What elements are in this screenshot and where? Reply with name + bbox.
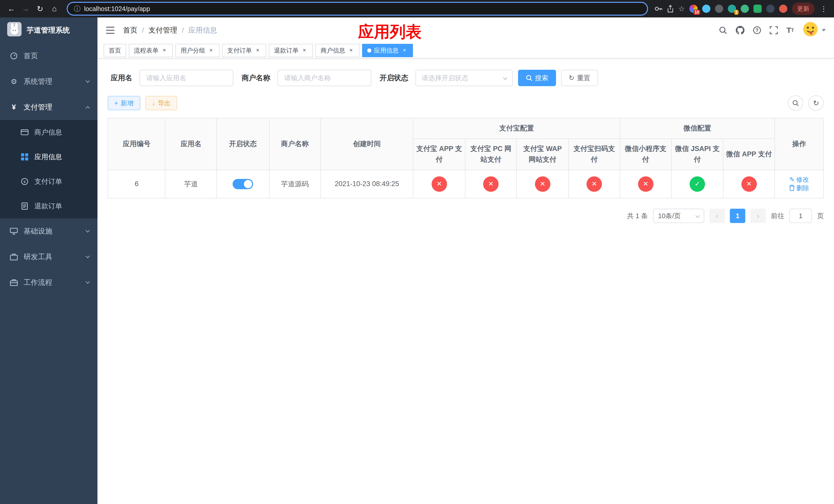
col-app-name: 应用名: [165, 118, 216, 170]
tab-label: 首页: [109, 46, 121, 54]
app-name-input[interactable]: [139, 70, 233, 86]
status-label: 开启状态: [379, 73, 408, 83]
github-icon[interactable]: [736, 26, 745, 35]
download-icon: ↓: [152, 99, 155, 107]
add-button[interactable]: + 新增: [108, 96, 140, 110]
browser-home-icon[interactable]: ⌂: [48, 3, 61, 15]
cell-wechat-mini: ✕: [620, 170, 671, 199]
enabled-toggle[interactable]: [233, 179, 253, 189]
edit-button[interactable]: ✎修改: [789, 175, 809, 184]
page-size-select[interactable]: 10条/页: [653, 209, 704, 223]
col-alipay-qr: 支付宝扫码支付: [569, 139, 620, 170]
extension-puzzle-icon[interactable]: [766, 5, 774, 13]
extension-vue-icon[interactable]: [741, 5, 749, 13]
col-merchant: 商户名称: [269, 118, 321, 170]
goto-label: 前往: [771, 211, 784, 221]
sidebar-item-label: 退款订单: [35, 202, 62, 211]
fullscreen-icon[interactable]: [770, 26, 778, 35]
search-button[interactable]: 搜索: [518, 70, 556, 86]
goto-suffix: 页: [817, 211, 824, 221]
chevron-down-icon: [503, 76, 507, 80]
app-logo: [7, 22, 22, 39]
extension-user-icon[interactable]: 1: [728, 5, 736, 13]
password-key-icon[interactable]: [654, 5, 662, 13]
col-app-id: 应用编号: [108, 118, 165, 170]
col-alipay-app: 支付宝 APP 支付: [413, 139, 465, 170]
breadcrumb-payment[interactable]: 支付管理: [149, 25, 177, 35]
export-button[interactable]: ↓ 导出: [146, 96, 177, 110]
status-icon: ✓: [689, 176, 705, 192]
share-icon[interactable]: [667, 5, 674, 13]
extension-drop-icon[interactable]: [702, 5, 710, 13]
sidebar-item-system[interactable]: ⚙ 系统管理: [0, 69, 97, 94]
close-icon[interactable]: ×: [208, 47, 214, 54]
close-icon[interactable]: ×: [348, 47, 354, 54]
app-logo-row[interactable]: 芋道管理系统: [0, 18, 97, 43]
next-page-button[interactable]: ›: [750, 209, 766, 223]
browser-update-button[interactable]: 更新: [792, 3, 814, 15]
close-icon[interactable]: ×: [301, 47, 308, 54]
tab-refund-order[interactable]: 退款订单×: [269, 44, 313, 57]
prev-page-button[interactable]: ‹: [709, 209, 725, 223]
breadcrumb-separator: /: [142, 26, 144, 35]
page-1-button[interactable]: 1: [730, 209, 745, 223]
breadcrumb: 首页 / 支付管理 / 应用信息: [123, 25, 217, 35]
url-bar[interactable]: ⓘ localhost:1024/pay/app: [67, 2, 648, 16]
status-select[interactable]: 请选择开启状态: [415, 70, 513, 86]
search-icon[interactable]: [719, 26, 727, 35]
tab-app-info[interactable]: 应用信息×: [362, 44, 413, 57]
close-icon[interactable]: ×: [401, 47, 408, 54]
breadcrumb-home[interactable]: 首页: [123, 25, 137, 35]
browser-menu-icon[interactable]: ⋮: [819, 5, 829, 13]
sidebar-item-refund-order[interactable]: 退款订单: [0, 194, 97, 219]
edit-label: 修改: [796, 175, 809, 184]
help-icon[interactable]: ?: [753, 26, 761, 34]
extension-grid-icon[interactable]: 10: [689, 5, 698, 13]
merchant-name-input[interactable]: [278, 70, 371, 86]
navbar-actions: ? TT: [719, 22, 826, 39]
user-menu[interactable]: [803, 22, 826, 39]
bookmark-star-icon[interactable]: ☆: [678, 5, 685, 13]
page-info-icon[interactable]: ⓘ: [74, 4, 81, 13]
refresh-table-button[interactable]: ↻: [808, 95, 824, 111]
plus-icon: +: [114, 99, 118, 107]
delete-button[interactable]: 删除: [789, 184, 809, 192]
browser-back-icon[interactable]: ←: [5, 3, 18, 15]
sidebar-item-pay-order[interactable]: ¥ 支付订单: [0, 169, 97, 194]
extension-dark-icon[interactable]: [715, 5, 723, 13]
browser-forward-icon[interactable]: →: [20, 3, 32, 15]
tab-process-form[interactable]: 流程表单×: [129, 44, 173, 57]
sidebar-item-label: 支付订单: [35, 177, 62, 186]
browser-reload-icon[interactable]: ↻: [34, 3, 46, 15]
close-icon[interactable]: ×: [161, 47, 168, 54]
cell-alipay-wap: ✕: [517, 170, 569, 199]
extension-wechat-icon[interactable]: [753, 5, 762, 13]
app-shell: 芋道管理系统 首页 ⚙ 系统管理 ¥ 支付管理: [0, 18, 834, 504]
toggle-search-button[interactable]: [788, 95, 803, 111]
sidebar-item-dev-tools[interactable]: 研发工具: [0, 244, 97, 270]
page-size-value: 10条/页: [658, 211, 681, 221]
status-icon: ✕: [741, 176, 757, 192]
cell-alipay-qr: ✕: [569, 170, 620, 199]
sidebar-item-merchant-info[interactable]: 商户信息: [0, 120, 97, 144]
reset-button[interactable]: ↻ 重置: [561, 70, 598, 86]
tab-home[interactable]: 首页: [104, 44, 126, 57]
profile-avatar-icon[interactable]: [779, 5, 787, 13]
tab-user-group[interactable]: 用户分组×: [175, 44, 220, 57]
font-size-icon[interactable]: TT: [787, 26, 794, 34]
sidebar-item-workflow[interactable]: 工作流程: [0, 270, 97, 295]
sidebar-collapse-icon[interactable]: [106, 26, 115, 34]
sidebar-item-home[interactable]: 首页: [0, 43, 97, 69]
goto-page-input[interactable]: [789, 209, 812, 223]
status-icon: ✕: [587, 176, 602, 192]
sidebar-item-payment[interactable]: ¥ 支付管理: [0, 94, 97, 120]
cell-wechat-jsapi: ✓: [672, 170, 723, 199]
sidebar-item-infra[interactable]: 基础设施: [0, 219, 97, 244]
screen: ← → ↻ ⌂ ⓘ localhost:1024/pay/app ☆ 10 1: [0, 0, 834, 504]
close-icon[interactable]: ×: [255, 47, 261, 54]
chevron-down-icon: [822, 29, 826, 31]
tab-merchant-info[interactable]: 商户信息×: [315, 44, 359, 57]
tab-pay-order[interactable]: 支付订单×: [222, 44, 266, 57]
export-button-label: 导出: [158, 99, 171, 108]
sidebar-item-app-info[interactable]: 应用信息: [0, 144, 97, 169]
